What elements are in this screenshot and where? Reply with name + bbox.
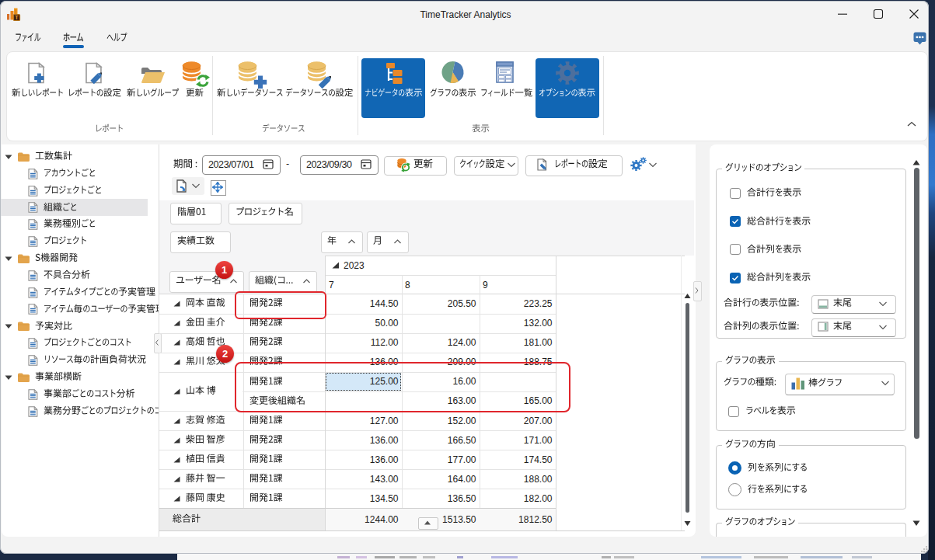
svg-text:T: T — [15, 15, 19, 20]
